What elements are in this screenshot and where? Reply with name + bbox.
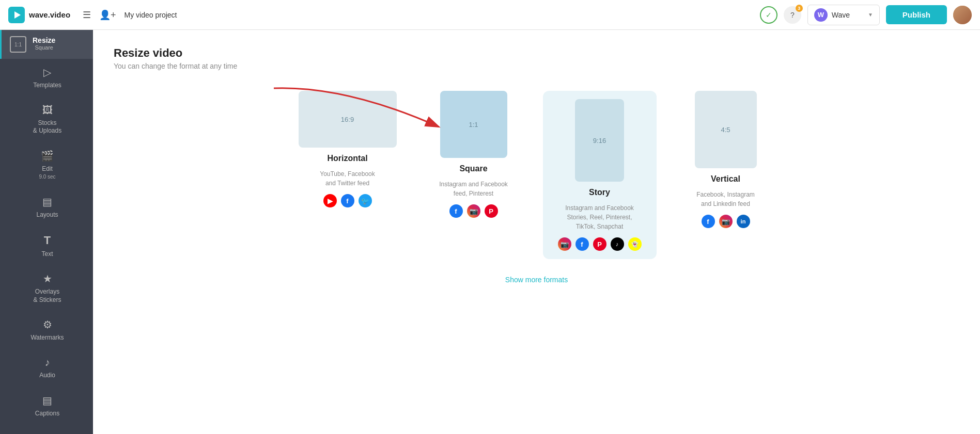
stocks-icon: 🖼 [42,104,53,116]
format-card-horizontal[interactable]: 16:9 Horizontal YouTube, Facebookand Twi… [291,91,405,259]
sidebar: 1:1 Resize Square ▷ Templates 🖼 Stocks& … [0,30,93,434]
resize-info: Resize Square [33,36,55,51]
sidebar-item-audio[interactable]: ♪ Audio [0,349,93,387]
main-layout: 1:1 Resize Square ▷ Templates 🖼 Stocks& … [0,30,980,434]
formats-grid: 16:9 Horizontal YouTube, Facebookand Twi… [114,91,959,259]
instagram-icon-vert: 📷 [719,215,733,228]
sidebar-label-edit: Edit9.0 sec [39,165,55,181]
resize-subtitle: Square [33,44,55,51]
facebook-icon-sq: f [449,204,463,218]
format-preview-vertical: 4:5 [695,91,757,168]
format-social-square: f 📷 P [449,204,498,218]
sidebar-label-audio: Audio [39,372,55,380]
format-preview-story: 9:16 [575,99,624,182]
format-card-story[interactable]: 9:16 Story Instagram and FacebookStories… [543,91,657,259]
app-header: wave.video ☰ 👤+ My video project ✓ ? 3 W… [0,0,980,30]
format-desc-vertical: Facebook, Instagramand Linkedin feed [696,190,755,208]
add-person-icon[interactable]: 👤+ [99,9,116,21]
resize-icon: 1:1 [10,36,26,53]
workspace-avatar: W [814,8,828,22]
sidebar-label-text: Text [41,250,53,259]
format-desc-horizontal: YouTube, Facebookand Twitter feed [320,169,375,188]
format-name-story: Story [589,188,610,197]
page-subtitle: You can change the format at any time [114,62,959,70]
sidebar-item-stocks[interactable]: 🖼 Stocks& Uploads [0,97,93,142]
sidebar-item-captions[interactable]: ▤ Captions [0,387,93,425]
format-card-vertical[interactable]: 4:5 Vertical Facebook, Instagramand Link… [669,91,783,259]
tiktok-icon-story: ♪ [611,237,624,251]
show-more-formats[interactable]: Show more formats [114,276,959,284]
text-icon: T [44,234,51,247]
format-preview-horizontal: 16:9 [299,91,397,148]
format-preview-square: 1:1 [440,91,507,158]
format-card-square[interactable]: 1:1 Square Instagram and Facebookfeed, P… [417,91,531,259]
main-content: Resize video You can change the format a… [93,30,980,434]
pinterest-icon-story: P [593,237,606,251]
help-badge: 3 [796,5,803,12]
sidebar-label-stocks: Stocks& Uploads [33,119,61,135]
facebook-icon-vert: f [702,215,715,228]
logo-text: wave.video [29,10,70,19]
resize-title: Resize [33,36,55,44]
format-name-horizontal: Horizontal [327,154,367,163]
sidebar-label-templates: Templates [33,82,61,90]
templates-icon: ▷ [43,66,51,78]
format-social-story: 📷 f P ♪ 👻 [558,237,642,251]
captions-icon: ▤ [42,394,52,407]
linkedin-icon-vert: in [737,215,750,228]
sidebar-label-watermarks: Watermarks [30,334,64,342]
check-icon: ✓ [766,11,772,19]
sidebar-item-resize[interactable]: 1:1 Resize Square [0,30,93,59]
sidebar-label-captions: Captions [35,410,59,418]
format-social-horizontal: ▶ f 🐦 [323,194,372,207]
format-name-vertical: Vertical [711,174,740,184]
format-desc-square: Instagram and Facebookfeed, Pinterest [439,180,508,198]
question-icon: ? [790,11,795,19]
logo[interactable]: wave.video [8,7,70,23]
format-name-square: Square [459,164,487,173]
youtube-icon: ▶ [323,194,337,207]
page-title: Resize video [114,46,959,60]
watermarks-icon: ⚙ [43,318,52,331]
facebook-icon-story: f [575,237,589,251]
format-social-vertical: f 📷 in [702,215,750,228]
sidebar-item-watermarks[interactable]: ⚙ Watermarks [0,311,93,349]
sidebar-item-text[interactable]: T Text [0,227,93,266]
pinterest-icon-sq: P [485,204,498,218]
sidebar-item-layouts[interactable]: ▤ Layouts [0,188,93,227]
sidebar-item-edit[interactable]: 🎬 Edit9.0 sec [0,142,93,188]
publish-button[interactable]: Publish [886,5,947,24]
help-button[interactable]: ? 3 [784,6,801,24]
facebook-icon: f [341,194,354,207]
audio-icon: ♪ [45,357,50,368]
format-desc-story: Instagram and FacebookStories, Reel, Pin… [565,203,634,231]
sidebar-item-storyboard[interactable]: ⊞ Storyboard [0,425,93,434]
snapchat-icon-story: 👻 [628,237,642,251]
avatar[interactable] [953,6,972,24]
project-name: My video project [125,11,177,19]
user-avatar-image [953,6,972,24]
check-status: ✓ [760,6,777,24]
workspace-name: Wave [832,11,864,19]
twitter-icon: 🐦 [359,194,372,207]
sidebar-item-overlays[interactable]: ★ Overlays& Stickers [0,265,93,311]
overlays-icon: ★ [43,272,52,285]
layouts-icon: ▤ [42,196,52,208]
instagram-icon-story: 📷 [558,237,571,251]
storyboard-icon: ⊞ [43,432,52,434]
edit-icon: 🎬 [41,150,54,162]
workspace-dropdown[interactable]: W Wave ▼ [807,5,880,25]
sidebar-label-overlays: Overlays& Stickers [33,288,61,304]
sidebar-label-layouts: Layouts [36,211,58,219]
sidebar-item-templates[interactable]: ▷ Templates [0,59,93,97]
menu-icon[interactable]: ☰ [83,9,91,21]
instagram-icon-sq: 📷 [467,204,480,218]
chevron-down-icon: ▼ [868,12,873,18]
logo-icon [8,7,25,23]
